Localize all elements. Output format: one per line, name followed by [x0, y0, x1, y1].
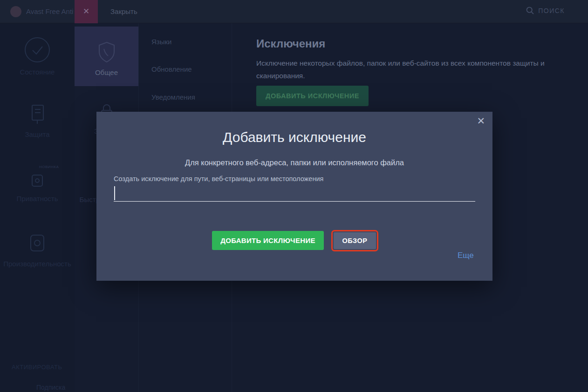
protection-doc-icon [27, 119, 48, 127]
sidebar-item-performance[interactable]: Производительность [0, 232, 75, 268]
dialog-subtitle: Для конкретного веб-адреса, папки или ис… [96, 158, 492, 167]
dialog-title: Добавить исключение [96, 129, 492, 145]
close-icon: ✕ [477, 115, 485, 126]
page-title: Исключения [256, 37, 325, 50]
title-bar: Avast Free Antivirus ✕ Закрыть ПОИСК [0, 0, 588, 23]
new-badge: НОВИНКА [39, 165, 59, 169]
settings-tab-label: Общее [75, 68, 138, 76]
settings-close-label[interactable]: Закрыть [110, 7, 137, 15]
avast-app-window: Avast Free Antivirus ✕ Закрыть ПОИСК Сос… [0, 0, 588, 392]
sidebar-item-label: Состояние [0, 68, 75, 76]
status-check-icon [24, 57, 51, 65]
privacy-icon [29, 183, 45, 191]
subnav-item-update[interactable]: Обновление [151, 65, 192, 73]
activate-link[interactable]: АКТИВИРОВАТЬ [12, 364, 62, 371]
subnav-item-notifications[interactable]: Уведомления [151, 93, 195, 101]
exclusion-input-underline [114, 185, 475, 202]
dialog-close-button[interactable]: ✕ [477, 115, 485, 127]
avast-logo-icon [10, 6, 21, 17]
add-exclusion-dialog: ✕ Добавить исключение Для конкретного ве… [96, 112, 492, 281]
exclusion-input-label: Создать исключение для пути, веб-страниц… [114, 175, 323, 182]
settings-tab-general[interactable]: Общее [75, 27, 138, 86]
exclusion-path-input[interactable] [116, 186, 473, 200]
performance-icon [27, 249, 48, 257]
more-link[interactable]: Еще [458, 251, 474, 260]
search-icon [526, 7, 534, 15]
sidebar-item-label: Защита [0, 130, 75, 138]
sidebar-item-privacy[interactable]: НОВИНКА Приватность [0, 171, 75, 203]
settings-close-button[interactable]: ✕ [75, 0, 98, 23]
search-button[interactable]: ПОИСК [526, 7, 565, 15]
page-description: Исключение некоторых файлов, папок или в… [256, 57, 561, 82]
subnav-item-languages[interactable]: Языки [151, 38, 171, 46]
window-title: Avast Free Antivirus [26, 7, 74, 15]
main-sidebar: Состояние Защита НОВИНКА Приватность Про… [0, 23, 75, 392]
sidebar-item-label: Производительность [0, 260, 75, 268]
text-caret [114, 186, 115, 200]
close-icon: ✕ [83, 7, 89, 16]
sidebar-item-status[interactable]: Состояние [0, 36, 75, 76]
subscription-link[interactable]: Подписка [36, 384, 65, 391]
add-exclusion-button[interactable]: ДОБАВИТЬ ИСКЛЮЧЕНИЕ [256, 86, 369, 106]
browse-button[interactable]: ОБЗОР [334, 232, 376, 249]
search-label: ПОИСК [538, 7, 565, 14]
sidebar-item-protection[interactable]: Защита [0, 102, 75, 138]
sidebar-item-label: Приватность [0, 195, 75, 203]
shield-icon [96, 57, 117, 65]
dialog-add-exclusion-button[interactable]: ДОБАВИТЬ ИСКЛЮЧЕНИЕ [212, 231, 324, 250]
